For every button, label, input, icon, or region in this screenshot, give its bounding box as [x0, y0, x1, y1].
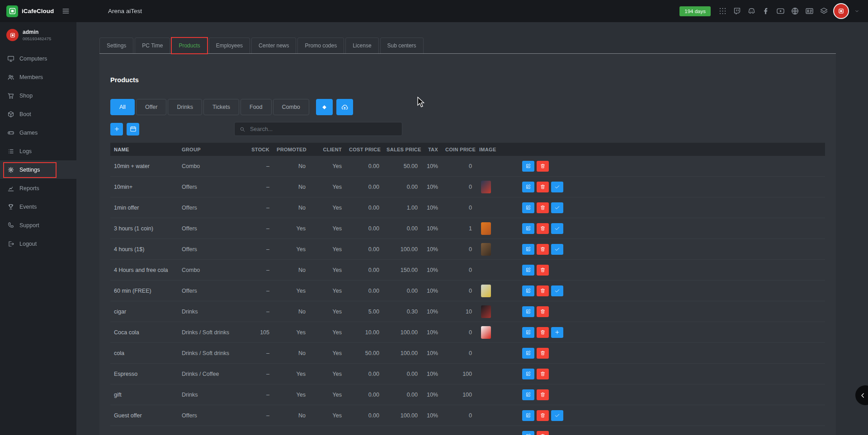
table-row: [110, 426, 825, 435]
sidebar-item-label: Logs: [19, 148, 32, 154]
edit-button[interactable]: [522, 265, 534, 276]
edit-button[interactable]: [522, 410, 534, 421]
youtube-icon[interactable]: [776, 7, 785, 15]
sidebar-avatar[interactable]: [6, 29, 19, 41]
apps-icon[interactable]: [718, 7, 727, 15]
check-button[interactable]: [551, 244, 563, 255]
cell-actions: [519, 285, 825, 296]
delete-button[interactable]: [537, 202, 549, 213]
globe-icon[interactable]: [791, 7, 799, 15]
logs-icon: [7, 148, 14, 155]
layers-icon[interactable]: [820, 7, 828, 15]
sidebar-item-support[interactable]: Support: [0, 216, 76, 234]
product-image: [481, 243, 491, 256]
edit-button[interactable]: [522, 285, 534, 296]
sidebar-item-computers[interactable]: Computers: [0, 49, 76, 68]
filter-all[interactable]: All: [110, 99, 135, 115]
facebook-icon[interactable]: [762, 7, 770, 15]
check-button[interactable]: [551, 182, 563, 192]
edit-button[interactable]: [522, 431, 534, 435]
tab-license[interactable]: License: [345, 37, 378, 53]
cell-name: 1min offer: [110, 205, 178, 211]
table-row: Coca colaDrinks / Soft drinks105YesYes10…: [110, 322, 825, 343]
tab-products[interactable]: Products: [171, 37, 207, 53]
table-row: 1min offerOffers–NoYes0.001.0010%0: [110, 197, 825, 218]
edit-button[interactable]: [522, 161, 534, 172]
tab-sub-centers[interactable]: Sub centers: [380, 37, 424, 53]
delete-button[interactable]: [537, 327, 549, 338]
delete-button[interactable]: [537, 369, 549, 379]
twitch-icon[interactable]: [733, 7, 741, 15]
delete-button[interactable]: [537, 389, 549, 400]
delete-button[interactable]: [537, 182, 549, 192]
sidebar-item-reports[interactable]: Reports: [0, 179, 76, 197]
cell-cost-price: 0.00: [345, 288, 383, 294]
delete-button[interactable]: [537, 306, 549, 317]
delete-button[interactable]: [537, 265, 549, 276]
product-group-filters: AllOfferDrinksTicketsFoodCombo: [110, 99, 309, 115]
sidebar-item-label: Games: [19, 130, 38, 136]
delete-button[interactable]: [537, 410, 549, 421]
plus-button[interactable]: [551, 327, 563, 338]
filter-offer[interactable]: Offer: [136, 99, 167, 115]
tab-settings[interactable]: Settings: [99, 37, 133, 53]
cell-actions: [519, 306, 825, 317]
delete-button[interactable]: [537, 348, 549, 359]
cell-coin-price: 0: [442, 163, 476, 169]
calendar-button[interactable]: [127, 123, 139, 136]
filter-food[interactable]: Food: [241, 99, 272, 115]
cell-coin-price: 0: [442, 350, 476, 356]
sidebar-item-members[interactable]: Members: [0, 68, 76, 86]
cell-group: Drinks / Coffee: [178, 371, 237, 377]
edit-button[interactable]: [522, 182, 534, 192]
edit-button[interactable]: [522, 369, 534, 379]
add-product-button[interactable]: [110, 123, 123, 136]
cloud-upload-button[interactable]: [336, 99, 353, 115]
cart-icon: [7, 92, 14, 99]
delete-button[interactable]: [537, 285, 549, 296]
search-input[interactable]: [249, 126, 397, 133]
discord-icon[interactable]: [747, 7, 756, 15]
edit-button[interactable]: [522, 244, 534, 255]
chevron-down-icon[interactable]: [854, 8, 860, 14]
edit-button[interactable]: [522, 202, 534, 213]
tab-promo-codes[interactable]: Promo codes: [297, 37, 344, 53]
delete-button[interactable]: [537, 223, 549, 234]
delete-button[interactable]: [537, 161, 549, 172]
sidebar-item-boot[interactable]: Boot: [0, 105, 76, 123]
filter-combo[interactable]: Combo: [273, 99, 309, 115]
table-row: 4 hours (1$)Offers–YesYes0.00100.0010%0: [110, 239, 825, 260]
tab-pc-time[interactable]: PC Time: [135, 37, 170, 53]
delete-button[interactable]: [537, 431, 549, 435]
contact-card-icon[interactable]: [805, 7, 814, 15]
product-image: [481, 222, 491, 235]
edit-button[interactable]: [522, 306, 534, 317]
edit-button[interactable]: [522, 223, 534, 234]
delete-button[interactable]: [537, 244, 549, 255]
check-button[interactable]: [551, 202, 563, 213]
edit-button[interactable]: [522, 389, 534, 400]
check-button[interactable]: [551, 223, 563, 234]
center-title: Arena aiTest: [108, 8, 142, 14]
edit-button[interactable]: [522, 327, 534, 338]
cell-name: gift: [110, 392, 178, 398]
user-avatar[interactable]: [834, 4, 848, 18]
sidebar-item-events[interactable]: Events: [0, 197, 76, 216]
menu-icon[interactable]: [61, 7, 70, 15]
sidebar-item-logs[interactable]: Logs: [0, 142, 76, 160]
check-button[interactable]: [551, 285, 563, 296]
tab-center-news[interactable]: Center news: [251, 37, 296, 53]
cell-tax: 10%: [421, 329, 442, 336]
sidebar-item-games[interactable]: Games: [0, 123, 76, 142]
check-button[interactable]: [551, 410, 563, 421]
tab-employees[interactable]: Employees: [209, 37, 250, 53]
sidebar-item-logout[interactable]: Logout: [0, 234, 76, 253]
phone-icon: [7, 222, 14, 229]
filter-tickets[interactable]: Tickets: [203, 99, 239, 115]
categories-button[interactable]: [316, 99, 333, 115]
cell-sales-price: 0.00: [383, 288, 421, 294]
filter-drinks[interactable]: Drinks: [168, 99, 202, 115]
edit-button[interactable]: [522, 348, 534, 359]
sidebar-item-shop[interactable]: Shop: [0, 86, 76, 105]
sidebar-item-settings[interactable]: Settings: [0, 160, 76, 179]
